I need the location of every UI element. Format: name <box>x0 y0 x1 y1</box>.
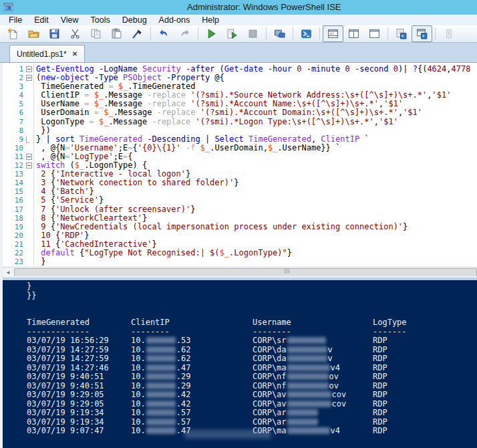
cut-button[interactable] <box>65 25 86 42</box>
fold-gutter <box>25 126 34 135</box>
fold-gutter <box>25 118 34 126</box>
fold-gutter <box>25 108 34 117</box>
menu-view[interactable]: View <box>55 15 85 25</box>
code-fold-toggle-icon[interactable] <box>25 74 34 82</box>
menu-edit[interactable]: Edit <box>28 15 55 25</box>
show-script-pane-top-button[interactable] <box>323 25 343 42</box>
stop-operation-button <box>243 25 263 42</box>
run-selection-button[interactable] <box>222 25 243 42</box>
paste-icon <box>111 28 122 39</box>
panes-container: 1Get-EventLog -LogName Security -after (… <box>3 63 477 448</box>
toolbar <box>0 25 477 43</box>
undo-button[interactable] <box>154 25 174 42</box>
line-number: 14 <box>3 179 25 187</box>
overflow-icon <box>443 28 454 39</box>
line-number: 20 <box>3 231 25 240</box>
tab-label: Untitled1.ps1* <box>17 49 67 59</box>
redacted-text <box>287 419 318 425</box>
console-pane[interactable]: }}}TimeGeneratedClientIPUsernameLogType-… <box>3 280 477 448</box>
save-icon <box>49 28 60 39</box>
line-number: 4 <box>3 91 25 100</box>
fold-gutter <box>25 179 34 187</box>
line-number: 10 <box>3 144 25 152</box>
scrollbar-grip-icon <box>285 269 290 273</box>
redacted-text <box>287 391 331 398</box>
console-table-row: 03/07/19 9:19:3410..57CORP\arRDP <box>27 409 477 418</box>
copy-button[interactable] <box>86 25 106 42</box>
script-editor[interactable]: 1Get-EventLog -LogName Security -after (… <box>3 63 477 269</box>
toolbar-separator <box>150 27 151 40</box>
redacted-text <box>287 427 330 434</box>
toolbar-separator <box>293 27 293 40</box>
undo-icon <box>158 28 170 39</box>
show-script-pane-maximized-button[interactable] <box>364 25 385 42</box>
console-output-line <box>27 300 477 310</box>
cut-icon <box>69 28 81 39</box>
close-tab-icon[interactable]: ✕ <box>72 50 77 58</box>
layout-top-icon <box>327 28 339 39</box>
line-number: 19 <box>3 223 25 231</box>
scrollbar-left-arrow-icon[interactable]: ◂ <box>3 267 13 276</box>
redacted-text <box>287 355 327 362</box>
code-text: LogonType = $_.Message -replace '(?smi).… <box>34 118 398 126</box>
clear-icon <box>132 28 143 39</box>
title-bar: Administrator: Windows PowerShell ISE <box>0 0 477 15</box>
line-number: 2 <box>3 74 25 82</box>
new-script-button[interactable] <box>3 25 23 42</box>
menu-debug[interactable]: Debug <box>116 15 153 25</box>
menu-addons[interactable]: Add-ons <box>153 15 196 25</box>
redo-button <box>174 25 195 42</box>
fold-gutter <box>25 205 34 214</box>
console-table-row: 03/07/19 14:27:5910..62CORP\davRDP <box>27 354 477 364</box>
redacted-text <box>146 427 176 434</box>
console-table-row: 03/07/19 9:29:0510..42CORP\avcovRDP <box>27 390 477 400</box>
fold-gutter <box>25 257 34 266</box>
menu-file[interactable]: File <box>3 15 28 25</box>
editor-horizontal-scrollbar[interactable]: ◂ <box>3 267 477 276</box>
code-fold-toggle-icon[interactable] <box>25 65 34 74</box>
new-remote-powershell-tab-button[interactable] <box>269 25 290 42</box>
show-script-pane-right-button[interactable] <box>343 25 364 42</box>
line-number: 15 <box>3 187 25 196</box>
run-script-button[interactable] <box>201 25 222 42</box>
open-script-button[interactable] <box>23 25 44 42</box>
console-table-underline: ------------------------------------ <box>27 328 477 337</box>
code-text: default {"LogType Not Recognised:| $($_.… <box>34 249 292 257</box>
console-output-line: } <box>27 282 477 292</box>
console-table-row: 03/07/19 9:40:5110..29CORP\nfovRDP <box>27 382 477 391</box>
menu-tools[interactable]: Tools <box>85 15 116 25</box>
paste-button[interactable] <box>106 25 127 42</box>
code-fold-toggle-icon[interactable] <box>25 161 34 170</box>
toolbar-separator <box>266 27 267 40</box>
open-icon <box>28 28 39 39</box>
fold-gutter <box>25 231 34 240</box>
redacted-text <box>146 409 176 416</box>
layout-right-icon <box>348 28 359 39</box>
toggle-script-pane-button[interactable] <box>391 25 412 42</box>
toolbar-overflow-handle <box>438 25 459 42</box>
fold-gutter <box>25 240 34 249</box>
fold-gutter <box>25 187 34 196</box>
line-number: 6 <box>3 108 25 117</box>
code-fold-toggle-icon[interactable] <box>25 152 34 161</box>
line-number: 17 <box>3 205 25 214</box>
start-powershell-button[interactable] <box>296 25 317 42</box>
save-button[interactable] <box>44 25 65 42</box>
menu-help[interactable]: Help <box>196 15 225 25</box>
remote-icon <box>274 28 285 39</box>
fold-gutter <box>25 170 34 179</box>
redo-icon <box>179 28 190 39</box>
line-number: 18 <box>3 214 25 223</box>
clear-console-button[interactable] <box>127 25 148 42</box>
redacted-text <box>146 382 176 389</box>
console-table-row: 03/07/19 9:29:0510..42CORP\avcovRDP <box>27 400 477 409</box>
console-table-header: TimeGeneratedClientIPUsernameLogType <box>27 318 477 328</box>
redacted-text <box>146 346 176 353</box>
toolbar-separator <box>387 27 388 40</box>
line-number: 8 <box>3 126 25 135</box>
window-title: Administrator: Windows PowerShell ISE <box>187 2 341 12</box>
tab-untitled1[interactable]: Untitled1.ps1* ✕ <box>9 45 85 62</box>
toggle-console-pane-button[interactable] <box>412 25 432 42</box>
line-number: 12 <box>3 161 25 170</box>
editor-line: 7 LogonType = $_.Message -replace '(?smi… <box>3 118 477 126</box>
